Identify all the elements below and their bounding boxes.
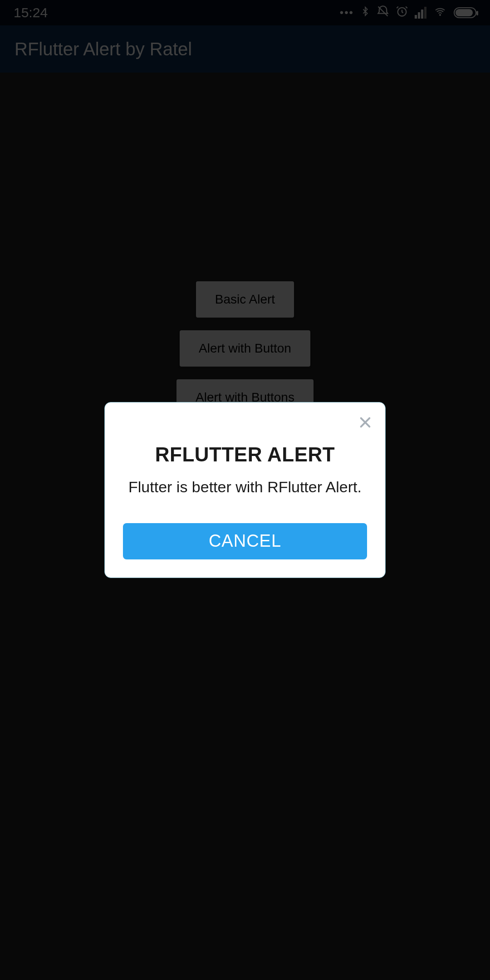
alert-description: Flutter is better with RFlutter Alert. <box>128 477 362 498</box>
modal-overlay[interactable]: RFLUTTER ALERT Flutter is better with RF… <box>0 0 490 980</box>
close-icon <box>358 415 372 430</box>
cancel-button[interactable]: CANCEL <box>123 523 367 559</box>
alert-dialog: RFLUTTER ALERT Flutter is better with RF… <box>104 402 386 578</box>
alert-title: RFLUTTER ALERT <box>155 443 335 466</box>
close-button[interactable] <box>356 413 374 431</box>
